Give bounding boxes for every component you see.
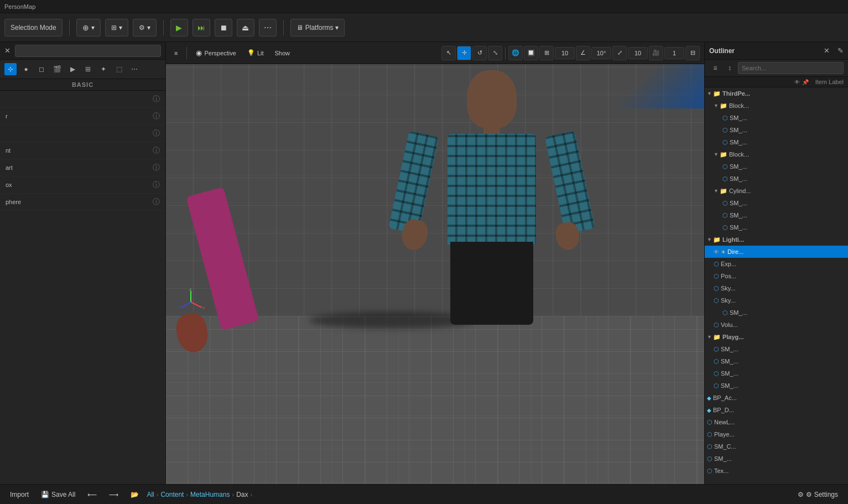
panel-item-6[interactable]: phere ⓘ: [0, 194, 165, 211]
rotate-tool-button[interactable]: ↺: [472, 46, 487, 60]
panel-item-2[interactable]: ⓘ: [0, 125, 165, 142]
outliner-item-lighting[interactable]: ▼ 📁 Lighti...: [705, 233, 848, 246]
play-button[interactable]: ▶: [170, 19, 188, 37]
outliner-sort-button[interactable]: ↕: [724, 62, 736, 74]
outliner-item-sm8[interactable]: ⬡ SM_...: [705, 221, 848, 233]
platforms-button[interactable]: 🖥 Platforms ▾: [290, 19, 345, 37]
camera-btn[interactable]: 🎥: [649, 46, 663, 60]
import-button[interactable]: Import: [6, 487, 33, 502]
next-frame-button[interactable]: ⏭: [193, 19, 210, 37]
snap-button[interactable]: 🔲: [524, 46, 538, 60]
viewport[interactable]: ≡ ◉ Perspective 💡 Lit Show ↖ ✛ ↺ ⤡ 🌐 �: [166, 42, 704, 484]
info-icon-3[interactable]: ⓘ: [153, 146, 160, 155]
outliner-search-input[interactable]: [738, 62, 844, 74]
outliner-item-sm6[interactable]: ⬡ SM_...: [705, 197, 848, 209]
bc-metahumans[interactable]: MetaHumans: [190, 491, 230, 498]
panel-item-1[interactable]: r ⓘ: [0, 108, 165, 125]
grid-snap-button[interactable]: ⊞: [539, 46, 554, 60]
outliner-filter-button[interactable]: ≡: [709, 62, 721, 74]
icon-fx-button[interactable]: ✦: [97, 63, 110, 75]
lit-button[interactable]: 💡 Lit: [243, 46, 268, 60]
add-actor-button[interactable]: ⊕ ▾: [76, 19, 101, 37]
outliner-item-sm7[interactable]: ⬡ SM_...: [705, 209, 848, 221]
viewport-menu-button[interactable]: ≡: [170, 46, 181, 60]
outliner-item-sky2[interactable]: ⬡ Sky...: [705, 294, 848, 306]
outliner-item-thirdpe[interactable]: ▼ 📁 ThirdPe...: [705, 87, 848, 100]
scale-snap-button[interactable]: ⤢: [612, 46, 627, 60]
show-button[interactable]: Show: [271, 46, 294, 60]
icon-more-button[interactable]: ⋯: [128, 63, 141, 75]
icon-light-button[interactable]: ●: [20, 63, 32, 75]
history-back-button[interactable]: ⟵: [83, 487, 101, 502]
perspective-button[interactable]: ◉ Perspective: [192, 46, 240, 60]
icon-play-button[interactable]: ▶: [66, 63, 79, 75]
info-icon-2[interactable]: ⓘ: [153, 128, 160, 138]
outliner-item-exp[interactable]: ⬡ Exp...: [705, 258, 848, 270]
edit-icon[interactable]: ✎: [837, 46, 844, 55]
outliner-item-pos[interactable]: ⬡ Pos...: [705, 270, 848, 282]
panel-item-0[interactable]: ⓘ: [0, 91, 165, 108]
info-icon-1[interactable]: ⓘ: [153, 111, 160, 121]
icon-shape-button[interactable]: ◻: [35, 63, 48, 75]
info-icon-5[interactable]: ⓘ: [153, 180, 160, 190]
eject-button[interactable]: ⏏: [237, 19, 254, 37]
left-panel-search-input[interactable]: [15, 45, 161, 57]
stop-button[interactable]: ⏹: [215, 19, 232, 37]
move-tool-button[interactable]: ✛: [457, 46, 471, 60]
outliner-item-sm5[interactable]: ⬡ SM_...: [705, 173, 848, 185]
outliner-item-sm13[interactable]: ⬡ SM_...: [705, 380, 848, 392]
outliner-item-sm1[interactable]: ⬡ SM_...: [705, 112, 848, 124]
outliner-item-cylind[interactable]: ▼ 📁 Cylind...: [705, 185, 848, 197]
outliner-item-newl[interactable]: ⬡ NewL...: [705, 416, 848, 428]
more-button[interactable]: ⋯: [259, 19, 277, 37]
outliner-item-directional[interactable]: 👁 ☀ Dire...: [705, 246, 848, 258]
panel-item-3[interactable]: nt ⓘ: [0, 142, 165, 159]
outliner-item-playg[interactable]: ▼ 📁 Playg...: [705, 331, 848, 343]
folder-button[interactable]: 📂: [126, 487, 143, 502]
outliner-item-block2[interactable]: ▼ 📁 Block...: [705, 148, 848, 160]
info-icon-4[interactable]: ⓘ: [153, 163, 160, 173]
close-outliner-button[interactable]: ✕: [824, 46, 830, 55]
scale-snap-value[interactable]: 10: [628, 47, 648, 59]
world-space-button[interactable]: 🌐: [508, 46, 523, 60]
icon-cinema-button[interactable]: 🎬: [51, 63, 63, 75]
bc-all[interactable]: All: [147, 491, 154, 498]
info-icon-6[interactable]: ⓘ: [153, 197, 160, 207]
bc-content[interactable]: Content: [160, 491, 184, 498]
scale-tool-button[interactable]: ⤡: [488, 46, 502, 60]
outliner-item-sm11[interactable]: ⬡ SM_...: [705, 355, 848, 367]
outliner-item-sm3[interactable]: ⬡ SM_...: [705, 136, 848, 148]
outliner-item-block1[interactable]: ▼ 📁 Block...: [705, 100, 848, 112]
icon-select-button[interactable]: ⊹: [4, 63, 17, 75]
grid-snap-value[interactable]: 10: [555, 47, 575, 59]
outliner-item-smc[interactable]: ⬡ SM_C...: [705, 440, 848, 453]
outliner-item-sm12[interactable]: ⬡ SM_...: [705, 367, 848, 380]
grid-view-button[interactable]: ⊟: [685, 46, 700, 60]
outliner-item-sky1[interactable]: ⬡ Sky...: [705, 282, 848, 294]
icon-grid-button[interactable]: ⊞: [82, 63, 94, 75]
angle-snap-value[interactable]: 10°: [591, 47, 611, 59]
save-all-button[interactable]: 💾 Save All: [37, 487, 80, 502]
outliner-item-bpac[interactable]: ◆ BP_Ac...: [705, 392, 848, 404]
outliner-item-sm4[interactable]: ⬡ SM_...: [705, 160, 848, 173]
outliner-item-tex[interactable]: ⬡ Tex...: [705, 465, 848, 477]
close-left-panel-button[interactable]: ✕: [4, 46, 11, 55]
panel-item-4[interactable]: art ⓘ: [0, 159, 165, 176]
outliner-item-sm10[interactable]: ⬡ SM_...: [705, 343, 848, 355]
select-tool-button[interactable]: ↖: [441, 46, 456, 60]
angle-snap-button[interactable]: ∠: [576, 46, 590, 60]
icon-landscape-button[interactable]: ⬚: [113, 63, 125, 75]
settings-bottom-button[interactable]: ⚙ ⚙ Settings: [793, 487, 842, 502]
outliner-item-sm2[interactable]: ⬡ SM_...: [705, 124, 848, 136]
history-forward-button[interactable]: ⟶: [105, 487, 123, 502]
eye-icon-directional[interactable]: 👁: [714, 249, 719, 255]
selection-mode-button[interactable]: Selection Mode: [4, 19, 63, 37]
info-icon-0[interactable]: ⓘ: [153, 94, 160, 104]
settings-button[interactable]: ⚙ ▾: [133, 19, 157, 37]
outliner-item-sm14[interactable]: ⬡ SM_...: [705, 453, 848, 465]
panel-item-5[interactable]: ox ⓘ: [0, 176, 165, 194]
outliner-item-playe[interactable]: ⬡ Playe...: [705, 428, 848, 440]
camera-value[interactable]: 1: [664, 47, 684, 59]
outliner-item-volu[interactable]: ⬡ Volu...: [705, 319, 848, 331]
outliner-item-sm9[interactable]: ⬡ SM_...: [705, 306, 848, 319]
